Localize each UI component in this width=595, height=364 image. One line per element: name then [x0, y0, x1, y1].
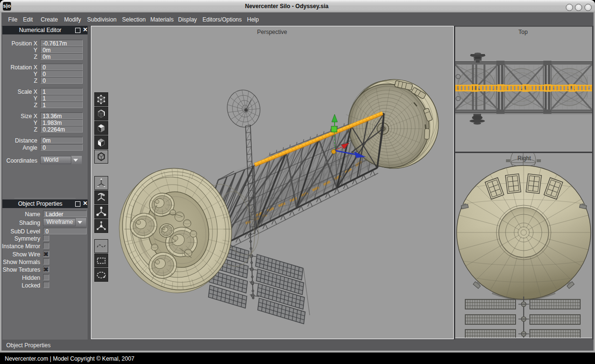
svg-text:Right: Right	[517, 155, 531, 162]
